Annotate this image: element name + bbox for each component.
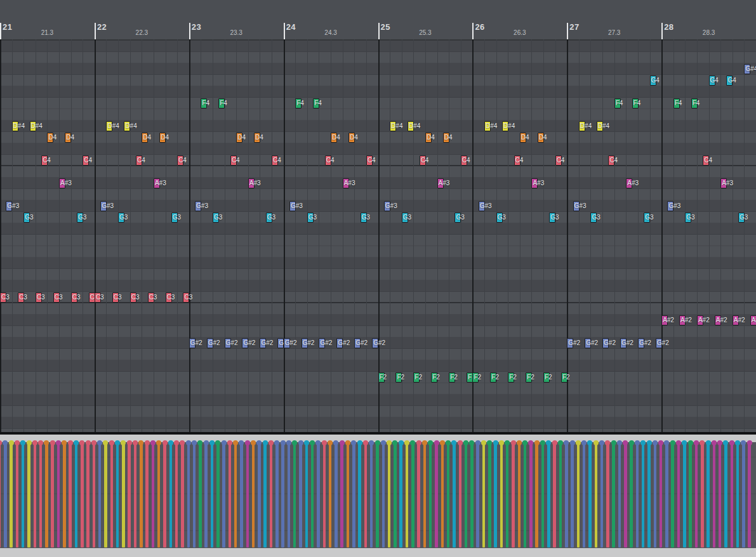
midi-note[interactable]: A#3 bbox=[59, 178, 65, 188]
midi-note[interactable]: D4 bbox=[331, 133, 337, 143]
velocity-stem[interactable] bbox=[187, 443, 190, 547]
midi-note[interactable]: D4 bbox=[348, 133, 355, 143]
midi-note[interactable]: G#4 bbox=[744, 64, 750, 74]
midi-note[interactable]: G#2 bbox=[585, 338, 591, 348]
velocity-stem[interactable] bbox=[465, 443, 468, 547]
velocity-stem[interactable] bbox=[476, 443, 479, 547]
midi-note[interactable]: C4 bbox=[177, 155, 183, 166]
velocity-stem[interactable] bbox=[86, 443, 90, 547]
midi-note[interactable]: C4 bbox=[514, 155, 521, 166]
velocity-stem[interactable] bbox=[69, 443, 72, 547]
velocity-stem[interactable] bbox=[299, 443, 302, 547]
midi-note[interactable]: C4 bbox=[230, 155, 237, 166]
velocity-stem[interactable] bbox=[453, 443, 456, 547]
velocity-stem[interactable] bbox=[624, 443, 627, 547]
velocity-stem[interactable] bbox=[642, 443, 645, 547]
velocity-stem[interactable] bbox=[10, 443, 13, 547]
midi-note[interactable]: G3 bbox=[738, 213, 745, 223]
midi-note[interactable]: C4 bbox=[703, 155, 709, 166]
velocity-stem[interactable] bbox=[358, 443, 361, 547]
midi-note[interactable]: D#4 bbox=[484, 121, 491, 131]
midi-note[interactable]: G#3 bbox=[573, 201, 580, 211]
midi-note[interactable]: D4 bbox=[159, 133, 166, 143]
velocity-stem[interactable] bbox=[748, 443, 751, 547]
velocity-stem[interactable] bbox=[388, 443, 391, 547]
velocity-stem[interactable] bbox=[406, 443, 409, 547]
velocity-stem[interactable] bbox=[553, 443, 556, 547]
velocity-stem[interactable] bbox=[394, 443, 397, 547]
midi-note[interactable]: F2 bbox=[490, 372, 496, 383]
velocity-stem[interactable] bbox=[376, 443, 379, 547]
velocity-stem[interactable] bbox=[293, 443, 296, 547]
midi-note[interactable]: G#3 bbox=[667, 201, 673, 211]
velocity-stem[interactable] bbox=[736, 443, 739, 547]
midi-note[interactable]: D4 bbox=[236, 133, 242, 143]
velocity-stem[interactable] bbox=[665, 443, 668, 547]
midi-note[interactable]: G#2 bbox=[207, 338, 213, 348]
midi-note[interactable]: C4 bbox=[272, 155, 278, 166]
midi-note[interactable]: C4 bbox=[608, 155, 614, 166]
midi-note[interactable]: G#2 bbox=[242, 338, 248, 348]
velocity-stem[interactable] bbox=[152, 443, 155, 547]
velocity-stem[interactable] bbox=[104, 443, 107, 547]
velocity-stem[interactable] bbox=[93, 443, 96, 547]
velocity-stem[interactable] bbox=[731, 443, 734, 547]
velocity-stem[interactable] bbox=[181, 443, 184, 547]
velocity-stem[interactable] bbox=[612, 443, 615, 547]
midi-note[interactable]: D#4 bbox=[408, 121, 414, 131]
velocity-stem[interactable] bbox=[524, 443, 527, 547]
velocity-stem[interactable] bbox=[16, 443, 19, 547]
midi-note[interactable]: F4 bbox=[632, 98, 639, 108]
velocity-stem[interactable] bbox=[157, 443, 161, 547]
midi-note[interactable]: G#3 bbox=[6, 201, 12, 211]
midi-note[interactable]: G#2 bbox=[602, 338, 609, 348]
velocity-stem[interactable] bbox=[128, 443, 131, 547]
midi-note[interactable]: C3 bbox=[183, 292, 189, 303]
midi-note[interactable]: C3 bbox=[130, 292, 136, 303]
velocity-stem[interactable] bbox=[565, 443, 568, 547]
midi-note[interactable]: C4 bbox=[325, 155, 331, 166]
midi-note[interactable]: C4 bbox=[366, 155, 373, 166]
midi-note[interactable]: A#2 bbox=[679, 315, 686, 325]
midi-note[interactable]: D4 bbox=[443, 133, 449, 143]
velocity-stem[interactable] bbox=[500, 443, 503, 547]
velocity-stem[interactable] bbox=[429, 443, 432, 547]
midi-note[interactable]: F2 bbox=[543, 372, 550, 383]
midi-note[interactable]: D4 bbox=[520, 133, 526, 143]
midi-note[interactable]: D#4 bbox=[106, 121, 112, 131]
midi-note[interactable]: A#3 bbox=[531, 178, 538, 188]
midi-note[interactable]: G#2 bbox=[260, 338, 266, 348]
midi-note[interactable]: C3 bbox=[148, 292, 154, 303]
midi-note[interactable]: C3 bbox=[0, 292, 6, 303]
midi-note[interactable]: C4 bbox=[136, 155, 142, 166]
midi-note[interactable]: F4 bbox=[691, 98, 698, 108]
velocity-stem[interactable] bbox=[347, 443, 350, 547]
midi-note[interactable]: A#3 bbox=[154, 178, 160, 188]
midi-note[interactable]: F4 bbox=[218, 98, 225, 108]
velocity-stem[interactable] bbox=[577, 443, 580, 547]
velocity-stem[interactable] bbox=[518, 443, 521, 547]
velocity-stem[interactable] bbox=[122, 443, 125, 547]
velocity-stem[interactable] bbox=[447, 443, 450, 547]
midi-note[interactable]: A#3 bbox=[437, 178, 444, 188]
note-grid[interactable]: C3G#3D#4C3G3D#4C3C4D4C3A#3D4C3G3C4C3C3G#… bbox=[0, 39, 756, 432]
midi-note[interactable]: G#3 bbox=[100, 201, 107, 211]
velocity-stem[interactable] bbox=[441, 443, 444, 547]
velocity-stem[interactable] bbox=[39, 443, 43, 547]
velocity-stem[interactable] bbox=[57, 443, 60, 547]
velocity-stem[interactable] bbox=[618, 443, 621, 547]
velocity-stem[interactable] bbox=[671, 443, 674, 547]
velocity-stem[interactable] bbox=[506, 443, 509, 547]
velocity-stem[interactable] bbox=[382, 443, 385, 547]
velocity-stem[interactable] bbox=[258, 443, 261, 547]
velocity-stem[interactable] bbox=[588, 443, 592, 547]
midi-note[interactable]: F2 bbox=[472, 372, 479, 383]
velocity-stem[interactable] bbox=[547, 443, 550, 547]
velocity-stem[interactable] bbox=[719, 443, 722, 547]
midi-note[interactable]: G3 bbox=[23, 213, 30, 223]
velocity-stem[interactable] bbox=[470, 443, 474, 547]
velocity-stem[interactable] bbox=[27, 443, 30, 547]
midi-note[interactable]: G#2 bbox=[638, 338, 644, 348]
velocity-stem[interactable] bbox=[689, 443, 692, 547]
velocity-stem[interactable] bbox=[204, 443, 208, 547]
